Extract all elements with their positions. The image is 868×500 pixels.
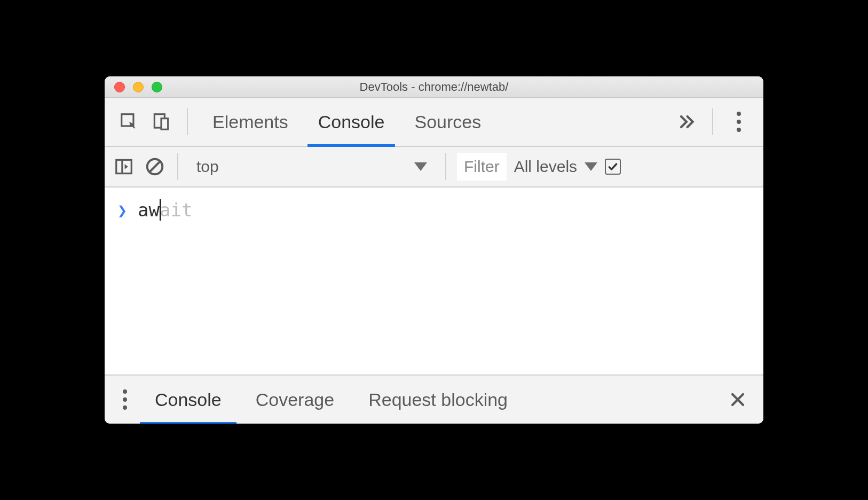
tab-label: Console: [155, 389, 222, 410]
levels-label: All levels: [514, 158, 577, 176]
svg-line-6: [150, 162, 160, 172]
device-toolbar-icon[interactable]: [145, 106, 177, 138]
filter-placeholder: Filter: [464, 158, 500, 176]
log-levels-select[interactable]: All levels: [514, 158, 597, 176]
separator: [187, 108, 188, 135]
tab-label: Sources: [414, 112, 481, 132]
tab-console[interactable]: Console: [303, 98, 400, 146]
inspect-element-icon[interactable]: [113, 106, 145, 138]
console-body[interactable]: ❯ aw ait: [105, 188, 763, 374]
group-similar-checkbox[interactable]: [605, 159, 621, 175]
text-cursor: [160, 199, 161, 221]
drawer-tab-console[interactable]: Console: [140, 376, 236, 424]
chevron-down-icon: [585, 162, 597, 171]
tab-label: Console: [318, 112, 385, 132]
autocomplete-suggestion: ait: [160, 199, 192, 221]
main-tabbar: Elements Console Sources: [105, 98, 763, 147]
close-drawer-icon[interactable]: [722, 384, 754, 416]
tab-label: Elements: [212, 112, 288, 132]
clear-console-icon[interactable]: [143, 151, 167, 183]
console-filter-input[interactable]: Filter: [457, 153, 507, 181]
window-titlebar: DevTools - chrome://newtab/: [105, 76, 763, 98]
tab-elements[interactable]: Elements: [198, 98, 303, 146]
drawer-tab-request-blocking[interactable]: Request blocking: [353, 376, 523, 424]
execution-context-select[interactable]: top: [189, 153, 435, 181]
more-tabs-icon[interactable]: [670, 106, 703, 138]
window-title: DevTools - chrome://newtab/: [105, 80, 763, 94]
drawer-tabbar: Console Coverage Request blocking: [105, 374, 763, 424]
tab-label: Coverage: [256, 389, 334, 410]
prompt-arrow-icon: ❯: [117, 201, 127, 220]
context-label: top: [196, 158, 219, 176]
devtools-window: DevTools - chrome://newtab/ Elements Con…: [105, 76, 763, 424]
drawer-menu-icon[interactable]: [114, 384, 136, 416]
separator: [712, 108, 713, 135]
settings-kebab-icon[interactable]: [723, 106, 755, 138]
chevron-down-icon: [414, 162, 427, 171]
console-input-text: aw: [138, 199, 160, 221]
svg-rect-3: [116, 160, 132, 173]
tab-sources[interactable]: Sources: [399, 98, 496, 146]
tab-label: Request blocking: [368, 389, 508, 410]
separator: [445, 153, 446, 180]
drawer-tab-coverage[interactable]: Coverage: [241, 376, 349, 424]
svg-rect-2: [161, 119, 168, 130]
console-prompt[interactable]: ❯ aw ait: [117, 199, 751, 221]
console-sidebar-toggle-icon[interactable]: [112, 151, 136, 183]
separator: [177, 153, 178, 180]
console-toolbar: top Filter All levels: [105, 147, 763, 188]
